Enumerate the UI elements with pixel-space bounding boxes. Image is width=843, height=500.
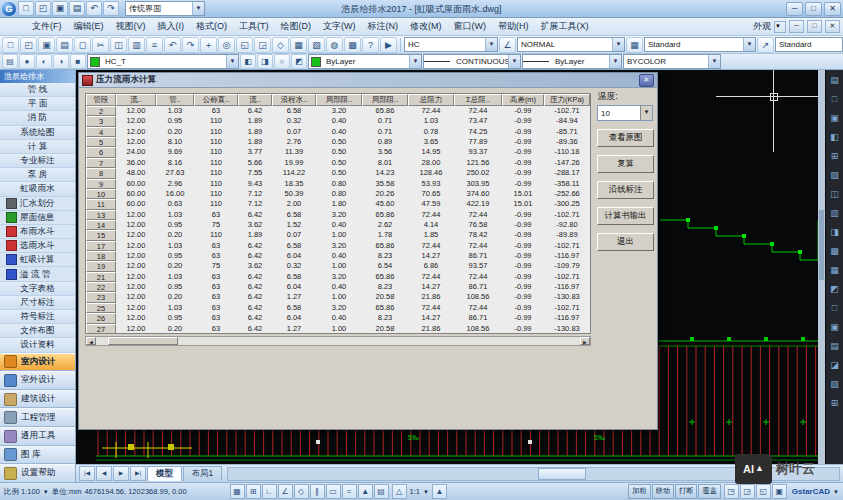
annotation-toggle-icon[interactable]: ▤ [374, 484, 389, 499]
sidebar-category[interactable]: 工程管理 [0, 408, 75, 427]
column-header[interactable]: 局部阻.. [362, 94, 408, 106]
pan-icon[interactable]: ＋ [200, 37, 217, 53]
sidebar-category[interactable]: 通用工具 [0, 427, 75, 446]
dialog-title-bar[interactable]: 压力流雨水计算 ✕ [79, 73, 657, 88]
column-header[interactable]: 流.. [116, 94, 156, 106]
group-icon[interactable]: ◍ [326, 37, 343, 53]
dyn-toggle-icon[interactable]: ▭ [326, 484, 341, 499]
paste-icon[interactable]: ▥ [128, 37, 145, 53]
panel-icon[interactable]: □ [829, 93, 841, 105]
last-tab-button[interactable]: ▶| [130, 466, 146, 481]
table-row[interactable]: 1812.000.95636.426.040.408.2314.2786.71-… [86, 251, 590, 261]
color-combo[interactable]: ByLayer ▼ [308, 54, 422, 69]
chevron-down-icon[interactable]: ▼ [409, 55, 421, 68]
sidebar-group[interactable]: 专业标注 [0, 154, 75, 168]
status-toggle[interactable]: 覆盖 [698, 484, 720, 499]
table-row[interactable]: 624.009.691103.7711.390.503.5614.9593.37… [86, 147, 590, 157]
sidebar-command[interactable]: 虹吸计算 [0, 253, 75, 267]
layer-freeze-icon[interactable]: ◐ [36, 54, 52, 69]
panel-icon[interactable]: ⊞ [829, 150, 841, 162]
panel-icon[interactable]: ▧ [829, 378, 841, 390]
chevron-down-icon[interactable]: ▼ [226, 55, 238, 68]
select-icon[interactable]: ▶ [380, 37, 397, 53]
sidebar-command[interactable]: 汇水划分 [0, 197, 75, 211]
dim-style-combo[interactable]: NORMAL ▼ [517, 37, 625, 52]
chevron-down-icon[interactable]: ▼ [43, 489, 49, 495]
menu-item[interactable]: 视图(V) [110, 18, 152, 35]
sidebar-group[interactable]: 设计资料 [0, 338, 75, 352]
table-row[interactable]: 960.002.961109.4318.350.8035.5853.93303.… [86, 179, 590, 189]
next-tab-button[interactable]: ▶ [113, 466, 129, 481]
menu-item[interactable]: 窗口(W) [448, 18, 493, 35]
ortho-toggle-icon[interactable]: ∟ [262, 484, 277, 499]
copy-icon[interactable]: ◫ [110, 37, 127, 53]
scroll-right-icon[interactable]: ▶ [580, 337, 590, 345]
sidebar-group[interactable]: 管 线 [0, 83, 75, 97]
app-undo-icon[interactable]: ↶ [86, 1, 102, 16]
layer-on-icon[interactable]: ● [19, 54, 35, 69]
new-icon[interactable]: □ [2, 37, 19, 53]
doc-minimize-button[interactable]: ─ [789, 20, 804, 33]
sidebar-category[interactable]: 建筑设计 [0, 390, 75, 409]
chevron-down-icon[interactable]: ▼ [743, 38, 755, 51]
column-header[interactable]: 高差(m) [502, 94, 544, 106]
table-row[interactable]: 312.000.951101.890.320.400.711.0373.47-0… [86, 116, 590, 126]
column-header[interactable]: 管.. [156, 94, 194, 106]
app-redo-icon[interactable]: ↷ [103, 1, 119, 16]
sidebar-command[interactable]: 选雨水斗 [0, 239, 75, 253]
sidebar-category[interactable]: 室内设计 [0, 353, 75, 372]
menu-item[interactable]: 文字(W) [317, 18, 362, 35]
app-new-icon[interactable]: □ [18, 1, 34, 16]
model-space-toggle-icon[interactable]: ▲ [358, 484, 373, 499]
mleader-style-combo[interactable]: Standard [775, 37, 843, 52]
chevron-down-icon[interactable]: ▼ [833, 489, 839, 495]
layer-states-icon[interactable]: ▧ [308, 37, 325, 53]
chevron-down-icon[interactable]: ▼ [640, 106, 652, 120]
chevron-down-icon[interactable]: ▼ [612, 38, 624, 51]
table-row[interactable]: 736.008.161105.6619.990.508.0128.00121.5… [86, 158, 590, 168]
prev-tab-button[interactable]: ◀ [96, 466, 112, 481]
maximize-button[interactable]: □ [805, 2, 822, 16]
panel-icon[interactable]: ◨ [829, 226, 841, 238]
status-toggle[interactable]: 打断 [675, 484, 697, 499]
open-icon[interactable]: ◰ [20, 37, 37, 53]
panel-icon[interactable]: ▣ [829, 321, 841, 333]
layer-manager-icon[interactable]: ▦ [290, 37, 307, 53]
lineweight-combo[interactable]: ByLayer ▼ [522, 54, 622, 69]
sidebar-group[interactable]: 系统绘图 [0, 126, 75, 140]
lwt-toggle-icon[interactable]: ＝ [342, 484, 357, 499]
sidebar-group[interactable]: 尺寸标注 [0, 296, 75, 310]
column-header[interactable]: 局部阻.. [316, 94, 362, 106]
sidebar-category[interactable]: 室外设计 [0, 371, 75, 390]
app-save-icon[interactable]: ▣ [52, 1, 68, 16]
menu-item[interactable]: 绘图(D) [275, 18, 318, 35]
text-style-combo[interactable]: HC ▼ [404, 37, 498, 52]
appearance-menu[interactable]: 外观 [753, 20, 771, 33]
layer-match-icon[interactable]: ◩ [291, 54, 307, 69]
mleader-style-icon[interactable]: ↗ [757, 37, 774, 53]
zoom-previous-icon[interactable]: ◲ [254, 37, 271, 53]
scrollbar-thumb[interactable] [538, 468, 586, 480]
layer-isolate-icon[interactable]: ◨ [257, 54, 273, 69]
chevron-down-icon[interactable]: ▼ [708, 55, 720, 68]
menu-item[interactable]: 扩展工具(X) [535, 18, 595, 35]
linetype-combo[interactable]: CONTINUOUS ▼ [423, 54, 521, 69]
menu-item[interactable]: 插入(I) [152, 18, 191, 35]
table-row[interactable]: 1512.000.201101.890.071.001.781.8578.42-… [86, 230, 590, 240]
view-drawing-button[interactable]: 查看原图 [597, 129, 654, 147]
table-row[interactable]: 1312.001.03636.426.583.2065.8672.4472.44… [86, 210, 590, 220]
table-row[interactable]: 2612.000.95636.426.040.408.2314.2786.71-… [86, 313, 590, 323]
app-open-icon[interactable]: ◰ [35, 1, 51, 16]
scale-indicator[interactable]: 比例 1:100 [4, 487, 40, 497]
export-report-button[interactable]: 计算书输出 [597, 207, 654, 225]
panel-icon[interactable]: ▤ [829, 340, 841, 352]
close-button[interactable]: ✕ [824, 2, 841, 16]
sidebar-group[interactable]: 平 面 [0, 97, 75, 111]
dialog-close-button[interactable]: ✕ [639, 74, 654, 87]
table-row[interactable]: 412.000.201101.890.070.400.710.7874.25-0… [86, 127, 590, 137]
scrollbar-thumb[interactable] [819, 210, 824, 280]
tab-model[interactable]: 模型 [147, 466, 182, 481]
panel-icon[interactable]: ◩ [829, 283, 841, 295]
panel-icon[interactable]: ▥ [829, 207, 841, 219]
app-logo-icon[interactable]: G [2, 2, 16, 16]
